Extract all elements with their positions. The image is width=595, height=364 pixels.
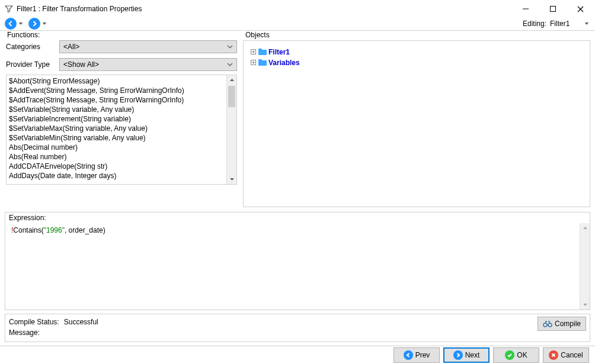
cancel-button[interactable]: Cancel xyxy=(543,347,589,363)
chevron-down-icon xyxy=(227,62,233,67)
function-item[interactable]: AddCDATAEnvelope(String str) xyxy=(9,162,224,171)
compile-button-label: Compile xyxy=(555,320,581,328)
objects-tree[interactable]: Filter1 Variables xyxy=(243,40,590,207)
editing-label: Editing: xyxy=(523,20,546,28)
compile-status-value: Successful xyxy=(64,317,98,327)
filter-icon xyxy=(5,5,13,13)
categories-label: Categories xyxy=(6,43,56,51)
nav-back-dropdown[interactable] xyxy=(18,21,24,26)
function-item[interactable]: AddDays(Date date, Integer days) xyxy=(9,171,224,181)
arrow-left-icon xyxy=(404,350,413,360)
title-bar: Filter1 : Filter Transformation Properti… xyxy=(0,0,595,18)
function-item[interactable]: $SetVariableIncrement(String variable) xyxy=(9,114,224,124)
arrow-right-icon xyxy=(453,350,463,360)
functions-label: Functions: xyxy=(5,31,238,39)
categories-value: <All> xyxy=(63,43,79,51)
function-item[interactable]: $SetVariableMax(String variable, Any val… xyxy=(9,124,224,133)
nav-back-button[interactable] xyxy=(5,18,17,30)
folder-icon xyxy=(258,59,267,67)
prev-button-label: Prev xyxy=(415,351,430,359)
expression-scrollbar[interactable] xyxy=(580,223,590,310)
next-button[interactable]: Next xyxy=(443,347,490,363)
nav-forward-dropdown[interactable] xyxy=(41,21,47,26)
provider-type-dropdown[interactable]: <Show All> xyxy=(59,58,237,71)
ok-button[interactable]: OK xyxy=(493,347,539,363)
tree-label: Variables xyxy=(268,57,300,68)
function-item[interactable]: $SetVariableMin(String variable, Any val… xyxy=(9,133,224,143)
provider-type-value: <Show All> xyxy=(63,60,99,69)
scroll-down-icon[interactable] xyxy=(227,174,236,184)
window-title: Filter1 : Filter Transformation Properti… xyxy=(17,5,142,13)
categories-dropdown[interactable]: <All> xyxy=(59,40,237,53)
maximize-button[interactable] xyxy=(539,0,567,18)
expression-editor[interactable]: !Contains("1996", order_date) xyxy=(5,223,580,310)
button-bar: Prev Next OK Cancel xyxy=(0,346,595,364)
svg-point-14 xyxy=(543,323,547,327)
close-button[interactable] xyxy=(567,0,594,18)
expand-icon[interactable] xyxy=(249,49,257,56)
cancel-button-label: Cancel xyxy=(561,351,583,359)
svg-rect-1 xyxy=(551,7,556,12)
compile-button[interactable]: Compile xyxy=(538,317,586,331)
scroll-down-icon[interactable] xyxy=(580,299,590,310)
editing-value: Filter1 xyxy=(550,20,580,28)
svg-rect-13 xyxy=(258,59,262,61)
chevron-down-icon xyxy=(227,44,233,50)
function-item[interactable]: $AddTrace(String Message, String ErrorWa… xyxy=(9,95,224,105)
function-item[interactable]: Abs(Real number) xyxy=(9,152,224,162)
functions-scrollbar[interactable] xyxy=(226,75,236,184)
function-item[interactable]: $AddEvent(String Message, String ErrorWa… xyxy=(9,86,224,95)
svg-rect-8 xyxy=(258,49,262,50)
toolbar: Editing: Filter1 xyxy=(0,18,595,31)
scroll-up-icon[interactable] xyxy=(227,75,236,85)
expand-icon[interactable] xyxy=(249,59,257,66)
scroll-thumb[interactable] xyxy=(228,86,235,107)
expression-label: Expression: xyxy=(5,212,590,223)
function-item[interactable]: Abs(Decimal number) xyxy=(9,143,224,152)
ok-button-label: OK xyxy=(517,351,527,359)
folder-icon xyxy=(258,48,267,56)
svg-rect-7 xyxy=(258,50,267,55)
message-label: Message: xyxy=(9,327,40,338)
provider-type-label: Provider Type xyxy=(6,60,56,69)
objects-label: Objects xyxy=(243,31,590,39)
editing-dropdown[interactable] xyxy=(583,21,590,26)
svg-point-15 xyxy=(548,323,552,327)
next-button-label: Next xyxy=(465,351,480,359)
x-icon xyxy=(549,350,558,360)
check-icon xyxy=(505,350,514,360)
scroll-up-icon[interactable] xyxy=(580,223,590,233)
functions-listbox[interactable]: $Abort(String ErrorMessage) $AddEvent(St… xyxy=(6,75,237,185)
prev-button[interactable]: Prev xyxy=(394,347,440,363)
tree-label: Filter1 xyxy=(268,47,290,57)
tree-node-variables[interactable]: Variables xyxy=(249,57,584,68)
compile-status-label: Compile Status: xyxy=(9,317,59,327)
minimize-button[interactable] xyxy=(512,0,539,18)
svg-rect-12 xyxy=(258,60,267,66)
binoculars-icon xyxy=(543,320,552,328)
function-item[interactable]: $Abort(String ErrorMessage) xyxy=(9,76,224,86)
tree-node-filter1[interactable]: Filter1 xyxy=(249,47,584,57)
function-item[interactable]: $SetVariable(String variable, Any value) xyxy=(9,105,224,114)
nav-forward-button[interactable] xyxy=(28,18,40,30)
